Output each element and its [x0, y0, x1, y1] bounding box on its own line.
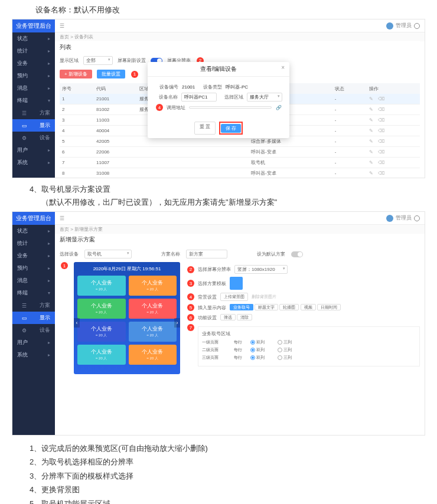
preview-canvas[interactable]: ‹ › 2020年8月29日 星期六 19:56:51 个人业务≈ 20 人个人… — [74, 262, 180, 374]
preview-card[interactable]: 个人业务≈ 20 人 — [129, 299, 177, 319]
badge-p2: 2 — [187, 266, 194, 273]
sidebar-item-预约[interactable]: 预约▸ — [12, 262, 55, 274]
sidebar-item-终端[interactable]: 终端▾ — [12, 287, 55, 299]
user-area[interactable]: 管理员 — [386, 22, 420, 30]
upload-bg-button[interactable]: 上传背景图 — [220, 293, 248, 301]
radio-theme[interactable]: 三列 — [278, 339, 292, 345]
user-area[interactable]: 管理员 — [386, 214, 420, 222]
insert-opt-视频[interactable]: 视频 — [301, 304, 316, 310]
preview-card[interactable]: 个人业务≈ 20 人 — [129, 322, 177, 342]
code-label: 设备编号 — [155, 84, 178, 90]
doc-notes: 1、设完成后的效果预览区(可自由拖动放大缩小删除) 2、为取号机选择相应的分辨率… — [30, 441, 437, 504]
chevron-icon: ▸ — [48, 36, 50, 41]
cancel-button[interactable]: 重 置 — [194, 122, 216, 135]
preview-card[interactable]: 个人业务≈ 20 人 — [129, 345, 177, 365]
default-toggle[interactable] — [291, 251, 303, 257]
table-row[interactable]: 622006呼叫器-安卓-✎ ⌫ — [60, 147, 420, 158]
sidebar-item-消息[interactable]: 消息▸ — [12, 274, 55, 287]
radio-cols[interactable]: 双列 — [250, 339, 265, 345]
chevron-icon: ▸ — [48, 266, 50, 271]
radio-cols[interactable]: 双列 — [250, 347, 265, 353]
preview-card[interactable]: 个人业务≈ 20 人 — [77, 345, 126, 365]
func-opt-筛选[interactable]: 筛选 — [220, 314, 236, 320]
region-select[interactable]: 全部 — [83, 56, 113, 65]
sidebar-item-设备[interactable]: ⚙ 设备 — [12, 132, 55, 144]
row-ops[interactable]: ✎ ⌫ — [367, 147, 420, 158]
batch-button[interactable]: 批量设置 — [97, 70, 125, 78]
insert-opt-轮播图[interactable]: 轮播图 — [279, 304, 299, 310]
sidebar-item-显示[interactable]: ▭ 显示 — [12, 312, 55, 324]
close-icon[interactable]: × — [281, 64, 285, 71]
res-select[interactable]: 竖屏：1080x1920 — [234, 265, 288, 274]
sidebar-item-预约[interactable]: 预约▸ — [12, 70, 55, 82]
collapse-icon[interactable]: ☰ — [60, 23, 64, 29]
insert-opt-标题文字[interactable]: 标题文字 — [255, 304, 278, 310]
insert-opt-日期时间[interactable]: 日期时间 — [317, 304, 341, 310]
radio-theme[interactable]: 三列 — [278, 355, 292, 361]
name-input[interactable]: 新方案 — [186, 250, 227, 258]
sidebar-item-业务[interactable]: 业务▸ — [12, 250, 55, 262]
tpl-thumb-icon[interactable] — [230, 277, 243, 290]
row-ops[interactable]: ✎ ⌫ — [367, 104, 420, 115]
save-button[interactable]: 保 存 — [221, 124, 241, 133]
add-device-button[interactable]: + 新增设备 — [60, 70, 92, 78]
insert-opt-业务取号[interactable]: 业务取号 — [230, 304, 253, 310]
preview-card[interactable]: 个人业务≈ 20 人 — [77, 276, 126, 296]
radio-cols[interactable]: 双列 — [250, 355, 265, 361]
topbar: ☰ 管理员 — [55, 19, 425, 32]
row-ops[interactable]: ✎ ⌫ — [367, 136, 420, 147]
sidebar: 业务管理后台 状态▸统计▸业务▸预约▸消息▸终端▾☰ 方案▭ 显示⚙ 设备用户▸… — [12, 19, 55, 178]
sidebar-item-终端[interactable]: 终端▾ — [12, 94, 55, 107]
next-arrow-icon[interactable]: › — [174, 318, 180, 328]
preview-card[interactable]: 个人业务≈ 20 人 — [77, 299, 126, 319]
preview-card[interactable]: 个人业务≈ 20 人 — [77, 322, 126, 342]
sidebar-item-消息[interactable]: 消息▸ — [12, 82, 55, 94]
row-ops[interactable]: ✎ ⌫ — [367, 126, 420, 136]
note-3: 3、分辨率下面的模板样式选择 — [30, 469, 437, 483]
sidebar-item-方案[interactable]: ☰ 方案 — [12, 107, 55, 119]
sidebar-item-状态[interactable]: 状态▸ — [12, 32, 55, 45]
sidebar-label: 用户 — [17, 146, 28, 154]
radio-theme[interactable]: 三列 — [278, 347, 292, 353]
sidebar-label: 状态 — [17, 227, 28, 235]
collapse-icon[interactable]: ☰ — [60, 215, 64, 221]
table-row[interactable]: 711007取号机-✎ ⌫ — [60, 158, 420, 168]
device-select[interactable]: 取号机 — [84, 250, 132, 258]
preview-row: 1 ‹ › 2020年8月29日 星期六 19:56:51 个人业务≈ 20 人… — [60, 262, 420, 374]
badge-p7: 7 — [187, 324, 194, 331]
link-icon[interactable]: 🔗 — [275, 105, 282, 110]
prev-arrow-icon[interactable]: ‹ — [74, 318, 80, 328]
sidebar-item-系统[interactable]: 系统▸ — [12, 349, 55, 361]
sidebar-item-用户[interactable]: 用户▸ — [12, 336, 55, 349]
modal-body: 设备编号 21001 设备类型 呼叫器-PC 设备名称 呼叫器PC1 选择区域 … — [148, 77, 289, 118]
sidebar-item-方案[interactable]: ☰ 方案 — [12, 299, 55, 312]
modal-header: 查看/编辑设备 × — [148, 62, 289, 77]
name-label: 设备名称 — [155, 94, 178, 100]
row-ops[interactable]: ✎ ⌫ — [367, 94, 420, 104]
power-icon[interactable] — [414, 215, 420, 221]
power-icon[interactable] — [414, 23, 420, 29]
table-row[interactable]: 831008呼叫器-安卓-✎ ⌫ — [60, 168, 420, 179]
sidebar-item-用户[interactable]: 用户▸ — [12, 144, 55, 156]
sidebar-item-显示[interactable]: ▭ 显示 — [12, 119, 55, 132]
sidebar-item-业务[interactable]: 业务▸ — [12, 57, 55, 70]
func-label: 功能设置 — [198, 315, 217, 321]
sidebar-item-统计[interactable]: 统计▸ — [12, 237, 55, 250]
preview-card[interactable]: 个人业务≈ 20 人 — [129, 276, 177, 296]
func-opt-清除[interactable]: 清除 — [237, 314, 252, 320]
badge-p5: 5 — [187, 304, 194, 311]
row-ops[interactable]: ✎ ⌫ — [367, 115, 420, 126]
sidebar-item-状态[interactable]: 状态▸ — [12, 225, 55, 237]
row-ops[interactable]: ✎ ⌫ — [367, 168, 420, 179]
bg-hint[interactable]: 删除背景图片 — [252, 294, 276, 300]
sidebar-item-设备[interactable]: ⚙ 设备 — [12, 324, 55, 336]
sidebar-item-统计[interactable]: 统计▸ — [12, 45, 55, 57]
name-input[interactable]: 呼叫器PC1 — [181, 93, 217, 102]
addr-input[interactable] — [189, 106, 272, 109]
badge-4: 4 — [156, 104, 163, 111]
region-input[interactable]: 服务大厅 — [247, 93, 282, 102]
area-section: 业务取号区域 一级页面每行双列三列二级页面每行双列三列三级页面每行双列三列 — [198, 326, 420, 366]
chevron-icon: ▸ — [48, 48, 50, 54]
sidebar-item-系统[interactable]: 系统▸ — [12, 156, 55, 169]
row-ops[interactable]: ✎ ⌫ — [367, 158, 420, 168]
